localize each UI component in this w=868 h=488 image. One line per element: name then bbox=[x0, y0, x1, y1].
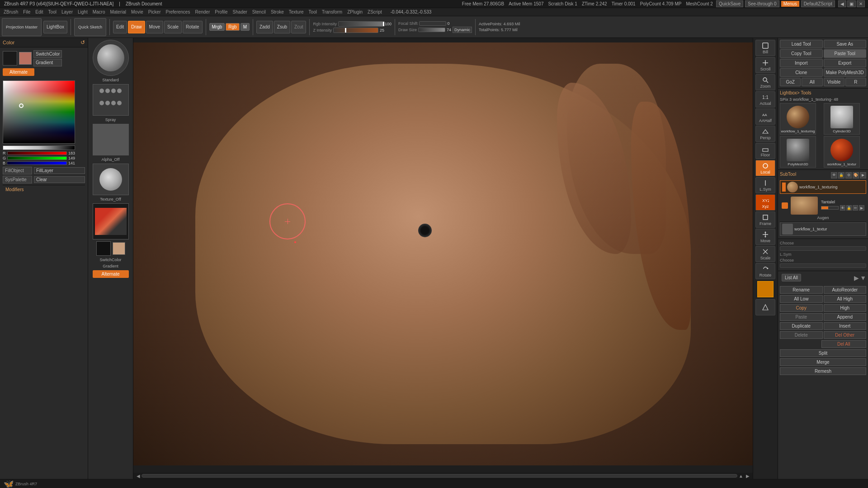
load-tool-btn[interactable]: Load Tool bbox=[780, 40, 823, 48]
lsym-icon-btn[interactable]: L.Sym bbox=[755, 177, 775, 193]
menu-preferences[interactable]: Preferences bbox=[164, 9, 192, 14]
tool-thumb-1[interactable]: workflow_1_texturing bbox=[780, 103, 816, 135]
menu-transform[interactable]: Transform bbox=[320, 9, 344, 14]
tool-thumb-3[interactable]: PolyMesh3D bbox=[780, 136, 816, 168]
tantalel-more-icon[interactable]: ▶ bbox=[859, 205, 864, 211]
menus-btn[interactable]: Menus bbox=[781, 1, 799, 7]
auto-reorder-btn[interactable]: AutoReorder bbox=[824, 286, 867, 294]
switch-color-btn[interactable]: SwitchColor bbox=[33, 50, 62, 58]
menu-zplugin[interactable]: ZPlugin bbox=[345, 9, 364, 14]
hue-bar[interactable] bbox=[3, 145, 75, 150]
alternate-btn[interactable]: Alternate bbox=[3, 68, 34, 76]
subtool-item-1[interactable]: workflow_1_texturing bbox=[780, 180, 866, 194]
split-btn[interactable]: Split bbox=[780, 349, 866, 357]
move-icon-btn[interactable]: Move bbox=[755, 229, 775, 245]
lightbox-btn[interactable]: LightBox bbox=[43, 21, 67, 33]
menu-shader[interactable]: Shader bbox=[231, 9, 249, 14]
list-arrow-down[interactable]: ▼ bbox=[860, 274, 866, 282]
quick-sketch-btn[interactable]: Quick Sketch bbox=[74, 18, 106, 36]
scroll-right-arrow[interactable]: ▶ bbox=[745, 474, 751, 479]
texture-preview[interactable] bbox=[93, 164, 129, 195]
tool-thumb-2[interactable]: Cylinder3D bbox=[824, 103, 860, 135]
clear-btn[interactable]: Clear bbox=[34, 176, 85, 183]
mrgb-btn[interactable]: Mrgb bbox=[209, 23, 225, 31]
color-picker-area[interactable] bbox=[3, 80, 75, 144]
sys-palette-label[interactable]: SysPalette bbox=[3, 176, 32, 183]
list-all-btn[interactable]: List All bbox=[782, 274, 801, 282]
list-arrow-right[interactable]: ▶ bbox=[854, 274, 859, 282]
goz-btn[interactable]: GoZ bbox=[780, 78, 801, 86]
scale-btn[interactable]: Scale bbox=[164, 21, 182, 33]
menu-picker[interactable]: Picker bbox=[146, 9, 163, 14]
focal-shift-slider[interactable] bbox=[419, 21, 446, 26]
merge-btn[interactable]: Merge bbox=[780, 358, 866, 366]
draw-size-slider[interactable] bbox=[418, 28, 445, 32]
menu-zbrush[interactable]: ZBrush bbox=[2, 9, 20, 14]
append-btn[interactable]: Append bbox=[824, 313, 867, 321]
all-low-btn[interactable]: All Low bbox=[780, 295, 823, 303]
subtool-settings-icon[interactable]: ⚙ bbox=[845, 172, 852, 178]
aahalf-icon-btn[interactable]: AA AAHalf bbox=[755, 108, 775, 125]
menu-layer[interactable]: Layer bbox=[60, 9, 75, 14]
make-polymesh-btn[interactable]: Make PolyMesh3D bbox=[824, 68, 867, 77]
zsub-btn[interactable]: Zsub bbox=[274, 21, 290, 33]
local-icon-btn[interactable]: Local bbox=[755, 160, 775, 176]
choose-slider-track-2[interactable] bbox=[780, 263, 866, 268]
floor-icon-btn[interactable]: Floor bbox=[755, 143, 775, 159]
tantalel-eye-icon[interactable]: 👁 bbox=[840, 205, 845, 211]
menu-movie[interactable]: Movie bbox=[129, 9, 145, 14]
gradient-btn[interactable]: Gradient bbox=[33, 59, 62, 66]
subtool-eye-icon[interactable]: 👁 bbox=[831, 172, 837, 178]
standard-brush-preview[interactable] bbox=[93, 40, 129, 76]
menu-macro[interactable]: Macro bbox=[91, 9, 107, 14]
rotate-icon-btn[interactable]: Rotate bbox=[755, 263, 775, 279]
export-btn[interactable]: Export bbox=[824, 59, 867, 67]
subtool-lock-icon[interactable]: 🔒 bbox=[838, 172, 844, 178]
frame-icon-btn[interactable]: Frame bbox=[755, 211, 775, 228]
paste-btn[interactable]: Paste bbox=[780, 313, 823, 321]
copy-tool-btn[interactable]: Copy Tool bbox=[780, 49, 823, 58]
r-track[interactable] bbox=[7, 151, 67, 155]
import-btn[interactable]: Import bbox=[780, 59, 823, 67]
edit-btn[interactable]: Edit bbox=[113, 21, 127, 33]
duplicate-btn[interactable]: Duplicate bbox=[780, 322, 823, 330]
default-zscript[interactable]: DefaultZScript bbox=[801, 0, 835, 7]
high-btn[interactable]: High bbox=[824, 304, 867, 312]
scroll-icon-btn[interactable]: Scroll bbox=[755, 57, 775, 73]
rgb-intensity-track[interactable] bbox=[338, 21, 383, 27]
copy-btn[interactable]: Copy bbox=[780, 304, 823, 312]
tantalel-brush-icon[interactable]: ✏ bbox=[853, 205, 858, 211]
tool-thumb-4[interactable]: workflow_1_textur bbox=[824, 136, 860, 168]
see-through-label[interactable]: See-through 0 bbox=[745, 0, 779, 7]
menu-light[interactable]: Light bbox=[76, 9, 90, 14]
xyz-icon-btn[interactable]: XYZ Xyz bbox=[755, 194, 775, 211]
subtool-arrow-icon[interactable]: ▶ bbox=[860, 172, 866, 178]
zoom-icon-btn[interactable]: Zoom bbox=[755, 74, 775, 90]
g-track[interactable] bbox=[7, 156, 67, 160]
persp-icon-btn[interactable]: Persp bbox=[755, 126, 775, 142]
clone-btn[interactable]: Clone bbox=[780, 68, 823, 77]
del-other-btn[interactable]: Del Other bbox=[824, 331, 867, 339]
menu-texture[interactable]: Texture bbox=[287, 9, 306, 14]
switch-color-tan[interactable] bbox=[113, 242, 125, 255]
all-high-btn[interactable]: All High bbox=[824, 295, 867, 303]
dynamic-btn[interactable]: Dynamic bbox=[453, 27, 472, 33]
quick-save-btn[interactable]: QuickSave bbox=[716, 0, 743, 7]
canvas-viewport[interactable] bbox=[133, 42, 753, 465]
bill-icon-btn[interactable]: Bill bbox=[755, 40, 775, 56]
alpha-off-preview[interactable] bbox=[93, 124, 129, 155]
menu-tool2[interactable]: Tool bbox=[307, 9, 319, 14]
scroll-track[interactable] bbox=[142, 474, 737, 478]
menu-tool[interactable]: Tool bbox=[47, 9, 58, 14]
visible-btn[interactable]: Visible bbox=[824, 78, 844, 86]
menu-stencil[interactable]: Stencil bbox=[250, 9, 268, 14]
subtool-paint-icon[interactable]: 🎨 bbox=[853, 172, 859, 178]
draw-btn[interactable]: Draw bbox=[128, 21, 145, 33]
zcut-btn[interactable]: Zcut bbox=[291, 21, 306, 33]
subtool-item-2[interactable]: workflow_1_textur bbox=[780, 222, 866, 236]
del-all-btn[interactable]: Del All bbox=[821, 340, 867, 348]
remesh-btn[interactable]: Remesh bbox=[780, 367, 866, 375]
b-track[interactable] bbox=[7, 161, 67, 165]
menu-edit[interactable]: Edit bbox=[33, 9, 45, 14]
r-btn[interactable]: R bbox=[845, 78, 866, 86]
